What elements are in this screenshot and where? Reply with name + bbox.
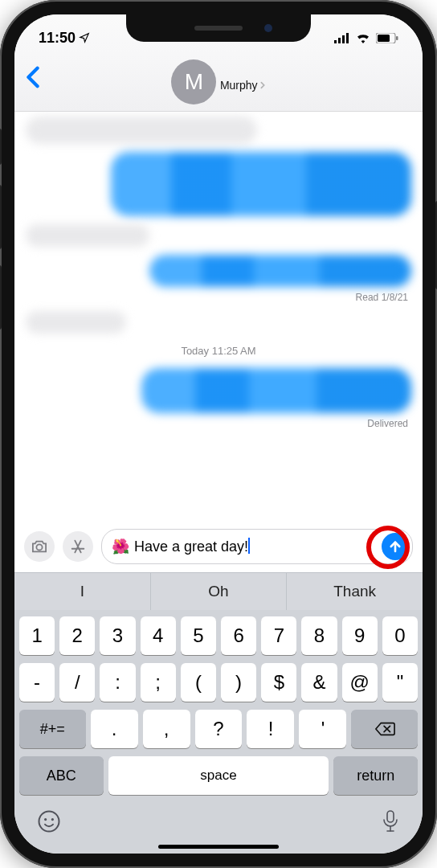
app-store-icon	[69, 538, 87, 555]
svg-point-13	[52, 819, 53, 820]
dictation-key[interactable]	[381, 809, 400, 833]
timestamp: Today 11:25 AM	[26, 345, 411, 357]
iphone-device-frame: 11:50 M Murphy	[0, 0, 437, 868]
key[interactable]: 6	[221, 616, 256, 655]
key[interactable]: /	[59, 663, 95, 702]
emoji-key[interactable]	[37, 809, 61, 833]
chevron-right-icon	[259, 81, 266, 89]
key[interactable]: :	[100, 663, 135, 702]
key[interactable]: ;	[141, 663, 176, 702]
key[interactable]: .	[91, 710, 138, 748]
notch	[126, 14, 311, 42]
compose-bar: 🌺 Have a great day!	[14, 522, 423, 572]
key[interactable]: 2	[59, 616, 95, 655]
status-time: 11:50	[39, 30, 76, 47]
arrow-up-icon	[388, 539, 402, 554]
abc-key[interactable]: ABC	[19, 756, 104, 795]
read-receipt: Read 1/8/21	[26, 292, 411, 303]
svg-point-12	[45, 819, 46, 820]
chevron-left-icon	[26, 66, 40, 88]
svg-rect-3	[346, 33, 349, 43]
key[interactable]: @	[342, 663, 378, 702]
keyboard-row-2: - / : ; ( ) $ & @ "	[19, 663, 418, 702]
key[interactable]: (	[181, 663, 216, 702]
message-outgoing[interactable]	[26, 152, 411, 216]
battery-icon	[376, 33, 398, 43]
contact-name: Murphy	[220, 79, 258, 92]
key[interactable]: $	[261, 663, 296, 702]
key[interactable]: ?	[195, 710, 243, 748]
key[interactable]: 7	[261, 616, 296, 655]
key[interactable]: 5	[181, 616, 216, 655]
message-outgoing[interactable]	[26, 368, 411, 413]
key[interactable]: 0	[382, 616, 418, 655]
key[interactable]: 8	[301, 616, 337, 655]
svg-rect-2	[342, 35, 345, 43]
keyboard: 1 2 3 4 5 6 7 8 9 0 - / : ; ( ) $ & @	[14, 610, 423, 854]
svg-rect-0	[334, 40, 337, 43]
avatar: M	[171, 59, 216, 104]
message-input[interactable]: 🌺 Have a great day!	[101, 529, 413, 564]
key[interactable]: 9	[342, 616, 378, 655]
svg-rect-14	[387, 811, 394, 822]
key[interactable]: '	[299, 710, 346, 748]
send-button[interactable]	[382, 533, 409, 560]
home-indicator[interactable]	[158, 845, 279, 849]
key[interactable]: 3	[100, 616, 135, 655]
symbols-key[interactable]: #+=	[19, 710, 86, 748]
message-outgoing[interactable]	[26, 255, 411, 287]
backspace-icon	[374, 721, 395, 737]
camera-icon	[31, 539, 48, 554]
svg-rect-5	[378, 35, 390, 42]
message-incoming[interactable]	[26, 224, 411, 247]
wifi-icon	[355, 32, 371, 43]
suggestion[interactable]: I	[14, 573, 150, 610]
key[interactable]: 4	[141, 616, 176, 655]
key[interactable]: ,	[143, 710, 190, 748]
key[interactable]: -	[19, 663, 55, 702]
delivered-receipt: Delivered	[26, 418, 411, 429]
message-list[interactable]: Read 1/8/21 Today 11:25 AM Delivered	[14, 112, 423, 522]
compose-text: Have a great day!	[134, 538, 248, 555]
message-incoming[interactable]	[26, 117, 411, 144]
key[interactable]: !	[247, 710, 294, 748]
compose-emoji: 🌺	[112, 538, 129, 555]
keyboard-row-1: 1 2 3 4 5 6 7 8 9 0	[19, 616, 418, 655]
space-key[interactable]: space	[108, 756, 329, 795]
suggestion[interactable]: Oh	[150, 573, 287, 610]
quicktype-bar: I Oh Thank	[14, 572, 423, 610]
svg-rect-1	[338, 38, 341, 43]
back-button[interactable]	[26, 66, 40, 92]
key[interactable]: )	[221, 663, 256, 702]
backspace-key[interactable]	[351, 710, 418, 748]
key[interactable]: "	[382, 663, 418, 702]
keyboard-row-3: #+= . , ? ! '	[19, 710, 418, 748]
suggestion[interactable]: Thank	[286, 573, 423, 610]
return-key[interactable]: return	[333, 756, 418, 795]
key[interactable]: 1	[19, 616, 55, 655]
keyboard-row-4: ABC space return	[19, 756, 418, 795]
svg-point-11	[39, 812, 59, 832]
message-incoming[interactable]	[26, 311, 411, 334]
cellular-icon	[334, 33, 350, 43]
key[interactable]: &	[301, 663, 337, 702]
camera-button[interactable]	[24, 531, 55, 562]
location-icon	[79, 32, 90, 43]
conversation-header: M Murphy	[14, 55, 423, 112]
svg-rect-6	[396, 36, 398, 40]
apps-button[interactable]	[63, 531, 93, 562]
svg-point-7	[36, 544, 42, 550]
contact-button[interactable]: M Murphy	[26, 59, 411, 104]
